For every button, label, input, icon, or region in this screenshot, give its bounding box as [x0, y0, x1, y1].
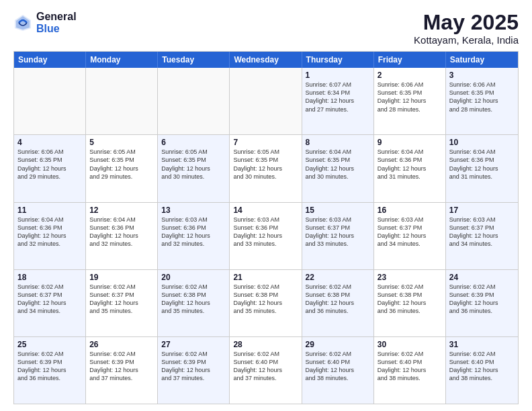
- day-cell-12: 12Sunrise: 6:04 AM Sunset: 6:36 PM Dayli…: [86, 203, 158, 269]
- day-info: Sunrise: 6:03 AM Sunset: 6:37 PM Dayligh…: [306, 216, 370, 248]
- day-info: Sunrise: 6:06 AM Sunset: 6:35 PM Dayligh…: [449, 81, 515, 113]
- day-info: Sunrise: 6:03 AM Sunset: 6:37 PM Dayligh…: [449, 216, 515, 248]
- day-number: 30: [378, 340, 442, 349]
- day-cell-15: 15Sunrise: 6:03 AM Sunset: 6:37 PM Dayli…: [302, 203, 374, 269]
- day-cell-17: 17Sunrise: 6:03 AM Sunset: 6:37 PM Dayli…: [446, 203, 518, 269]
- day-cell-3: 3Sunrise: 6:06 AM Sunset: 6:35 PM Daylig…: [446, 68, 518, 134]
- empty-cell: [158, 68, 230, 134]
- day-info: Sunrise: 6:02 AM Sunset: 6:39 PM Dayligh…: [161, 350, 226, 383]
- day-cell-6: 6Sunrise: 6:05 AM Sunset: 6:35 PM Daylig…: [158, 135, 230, 201]
- day-header-thursday: Thursday: [302, 52, 374, 68]
- day-number: 12: [89, 205, 154, 215]
- day-header-monday: Monday: [86, 52, 158, 68]
- day-cell-1: 1Sunrise: 6:07 AM Sunset: 6:34 PM Daylig…: [302, 68, 374, 134]
- day-info: Sunrise: 6:02 AM Sunset: 6:40 PM Dayligh…: [378, 350, 442, 383]
- day-info: Sunrise: 6:02 AM Sunset: 6:38 PM Dayligh…: [233, 283, 298, 316]
- day-cell-4: 4Sunrise: 6:06 AM Sunset: 6:35 PM Daylig…: [14, 135, 86, 201]
- day-info: Sunrise: 6:02 AM Sunset: 6:37 PM Dayligh…: [89, 283, 154, 316]
- day-cell-2: 2Sunrise: 6:06 AM Sunset: 6:35 PM Daylig…: [374, 68, 446, 134]
- day-cell-29: 29Sunrise: 6:02 AM Sunset: 6:40 PM Dayli…: [302, 337, 374, 404]
- header: General Blue May 2025 Kottayam, Kerala, …: [13, 11, 519, 46]
- day-info: Sunrise: 6:04 AM Sunset: 6:36 PM Dayligh…: [449, 148, 515, 181]
- empty-cell: [86, 68, 158, 134]
- day-cell-7: 7Sunrise: 6:05 AM Sunset: 6:35 PM Daylig…: [230, 135, 302, 201]
- day-cell-5: 5Sunrise: 6:05 AM Sunset: 6:35 PM Daylig…: [86, 135, 158, 201]
- day-cell-26: 26Sunrise: 6:02 AM Sunset: 6:39 PM Dayli…: [86, 337, 158, 404]
- day-cell-20: 20Sunrise: 6:02 AM Sunset: 6:38 PM Dayli…: [158, 270, 230, 336]
- day-header-wednesday: Wednesday: [230, 52, 302, 68]
- day-number: 15: [306, 205, 370, 215]
- day-cell-18: 18Sunrise: 6:02 AM Sunset: 6:37 PM Dayli…: [14, 270, 86, 336]
- day-info: Sunrise: 6:05 AM Sunset: 6:35 PM Dayligh…: [89, 148, 154, 181]
- day-header-friday: Friday: [374, 52, 446, 68]
- day-cell-27: 27Sunrise: 6:02 AM Sunset: 6:39 PM Dayli…: [158, 337, 230, 404]
- day-number: 18: [17, 273, 82, 282]
- day-number: 17: [449, 205, 515, 215]
- day-info: Sunrise: 6:03 AM Sunset: 6:36 PM Dayligh…: [161, 216, 226, 248]
- day-number: 16: [378, 205, 442, 215]
- day-number: 25: [17, 340, 82, 349]
- day-number: 11: [17, 205, 82, 215]
- day-cell-14: 14Sunrise: 6:03 AM Sunset: 6:36 PM Dayli…: [230, 203, 302, 269]
- calendar-body: 1Sunrise: 6:07 AM Sunset: 6:34 PM Daylig…: [14, 68, 518, 404]
- day-number: 31: [449, 340, 515, 349]
- week-row-5: 25Sunrise: 6:02 AM Sunset: 6:39 PM Dayli…: [14, 336, 518, 404]
- day-info: Sunrise: 6:04 AM Sunset: 6:36 PM Dayligh…: [89, 216, 154, 248]
- day-cell-21: 21Sunrise: 6:02 AM Sunset: 6:38 PM Dayli…: [230, 270, 302, 336]
- day-cell-8: 8Sunrise: 6:04 AM Sunset: 6:35 PM Daylig…: [302, 135, 374, 201]
- day-info: Sunrise: 6:05 AM Sunset: 6:35 PM Dayligh…: [161, 148, 226, 181]
- day-info: Sunrise: 6:02 AM Sunset: 6:40 PM Dayligh…: [306, 350, 370, 383]
- day-number: 10: [449, 138, 515, 147]
- day-info: Sunrise: 6:06 AM Sunset: 6:35 PM Dayligh…: [17, 148, 82, 181]
- day-number: 2: [378, 71, 442, 80]
- day-number: 6: [161, 138, 226, 147]
- day-cell-16: 16Sunrise: 6:03 AM Sunset: 6:37 PM Dayli…: [374, 203, 446, 269]
- day-cell-23: 23Sunrise: 6:02 AM Sunset: 6:38 PM Dayli…: [374, 270, 446, 336]
- day-cell-11: 11Sunrise: 6:04 AM Sunset: 6:36 PM Dayli…: [14, 203, 86, 269]
- month-title: May 2025: [414, 11, 519, 34]
- empty-cell: [230, 68, 302, 134]
- day-cell-31: 31Sunrise: 6:02 AM Sunset: 6:40 PM Dayli…: [446, 337, 518, 404]
- day-cell-13: 13Sunrise: 6:03 AM Sunset: 6:36 PM Dayli…: [158, 203, 230, 269]
- day-info: Sunrise: 6:03 AM Sunset: 6:37 PM Dayligh…: [378, 216, 442, 248]
- day-number: 7: [233, 138, 298, 147]
- day-cell-28: 28Sunrise: 6:02 AM Sunset: 6:40 PM Dayli…: [230, 337, 302, 404]
- day-info: Sunrise: 6:04 AM Sunset: 6:35 PM Dayligh…: [306, 148, 370, 181]
- day-number: 23: [378, 273, 442, 282]
- day-info: Sunrise: 6:04 AM Sunset: 6:36 PM Dayligh…: [17, 216, 82, 248]
- day-info: Sunrise: 6:02 AM Sunset: 6:38 PM Dayligh…: [306, 283, 370, 316]
- day-cell-24: 24Sunrise: 6:02 AM Sunset: 6:39 PM Dayli…: [446, 270, 518, 336]
- week-row-4: 18Sunrise: 6:02 AM Sunset: 6:37 PM Dayli…: [14, 269, 518, 336]
- day-number: 14: [233, 205, 298, 215]
- page: General Blue May 2025 Kottayam, Kerala, …: [0, 0, 532, 411]
- day-cell-30: 30Sunrise: 6:02 AM Sunset: 6:40 PM Dayli…: [374, 337, 446, 404]
- day-number: 4: [17, 138, 82, 147]
- day-info: Sunrise: 6:02 AM Sunset: 6:40 PM Dayligh…: [233, 350, 298, 383]
- week-row-2: 4Sunrise: 6:06 AM Sunset: 6:35 PM Daylig…: [14, 134, 518, 201]
- day-number: 19: [89, 273, 154, 282]
- day-info: Sunrise: 6:02 AM Sunset: 6:39 PM Dayligh…: [89, 350, 154, 383]
- day-header-sunday: Sunday: [14, 52, 86, 68]
- logo-text: General Blue: [36, 11, 77, 34]
- day-info: Sunrise: 6:02 AM Sunset: 6:37 PM Dayligh…: [17, 283, 82, 316]
- day-number: 26: [89, 340, 154, 349]
- day-info: Sunrise: 6:02 AM Sunset: 6:40 PM Dayligh…: [449, 350, 515, 383]
- day-number: 8: [306, 138, 370, 147]
- day-info: Sunrise: 6:04 AM Sunset: 6:36 PM Dayligh…: [378, 148, 442, 181]
- day-number: 24: [449, 273, 515, 282]
- calendar-header: SundayMondayTuesdayWednesdayThursdayFrid…: [14, 52, 518, 68]
- logo-general-text: General: [36, 11, 77, 23]
- day-cell-10: 10Sunrise: 6:04 AM Sunset: 6:36 PM Dayli…: [446, 135, 518, 201]
- day-number: 1: [306, 71, 370, 80]
- day-number: 21: [233, 273, 298, 282]
- day-info: Sunrise: 6:07 AM Sunset: 6:34 PM Dayligh…: [306, 81, 370, 113]
- day-number: 22: [306, 273, 370, 282]
- title-block: May 2025 Kottayam, Kerala, India: [414, 11, 519, 46]
- day-info: Sunrise: 6:05 AM Sunset: 6:35 PM Dayligh…: [233, 148, 298, 181]
- empty-cell: [14, 68, 86, 134]
- calendar: SundayMondayTuesdayWednesdayThursdayFrid…: [13, 51, 519, 404]
- day-number: 28: [233, 340, 298, 349]
- day-info: Sunrise: 6:02 AM Sunset: 6:39 PM Dayligh…: [449, 283, 515, 316]
- day-info: Sunrise: 6:03 AM Sunset: 6:36 PM Dayligh…: [233, 216, 298, 248]
- day-number: 13: [161, 205, 226, 215]
